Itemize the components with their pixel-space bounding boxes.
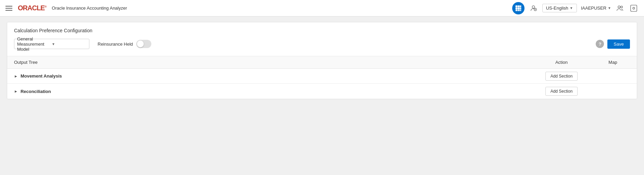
- user-dropdown[interactable]: IAAEPUSER ▼: [581, 5, 611, 11]
- add-section-button-movement[interactable]: Add Section: [545, 72, 578, 81]
- col-map: Map: [596, 60, 630, 65]
- language-label: US-English: [546, 5, 568, 11]
- table-header: Output Tree Action Map: [7, 56, 637, 69]
- svg-rect-13: [631, 5, 637, 11]
- settings-icon[interactable]: [629, 3, 639, 13]
- row-reconciliation-action: Add Section: [527, 87, 596, 96]
- svg-rect-7: [518, 10, 520, 11]
- svg-rect-2: [520, 5, 521, 7]
- user-label: IAAEPUSER: [581, 5, 606, 11]
- expand-icon-movement[interactable]: ►: [14, 74, 18, 78]
- col-output-tree: Output Tree: [14, 60, 527, 65]
- model-dropdown[interactable]: General Measurement Model ▼: [14, 39, 89, 49]
- main-content: Calculation Preference Configuration Gen…: [0, 16, 644, 105]
- expand-icon-reconciliation[interactable]: ►: [14, 89, 18, 93]
- header-right: US-English ▼ IAAEPUSER ▼: [512, 2, 639, 14]
- col-action: Action: [527, 60, 596, 65]
- oracle-logo: ORACLE®: [18, 4, 46, 12]
- hamburger-menu[interactable]: [5, 6, 12, 11]
- card-wrapper: Calculation Preference Configuration Gen…: [7, 22, 637, 99]
- user-admin-icon[interactable]: [529, 3, 538, 13]
- user-dropdown-arrow: ▼: [608, 6, 611, 10]
- config-section: Calculation Preference Configuration Gen…: [7, 22, 637, 56]
- svg-point-12: [621, 6, 623, 8]
- svg-point-9: [532, 5, 534, 8]
- header-left: ORACLE® Oracle Insurance Accounting Anal…: [5, 4, 508, 12]
- reinsurance-label: Reinsurance Held: [98, 42, 133, 47]
- apps-icon-button[interactable]: [512, 2, 525, 14]
- svg-rect-8: [520, 10, 521, 11]
- row-reconciliation-label: ► Reconciliation: [14, 89, 527, 94]
- row-movement-analysis-label: ► Movement Analysis: [14, 73, 527, 79]
- add-section-button-reconciliation[interactable]: Add Section: [545, 87, 578, 96]
- config-controls: General Measurement Model ▼ Reinsurance …: [14, 39, 589, 49]
- language-dropdown[interactable]: US-English ▼: [542, 4, 577, 12]
- model-dropdown-arrow: ▼: [52, 42, 86, 46]
- config-title: Calculation Preference Configuration: [14, 28, 630, 33]
- main-card: Calculation Preference Configuration Gen…: [7, 22, 637, 99]
- svg-rect-0: [515, 5, 517, 7]
- row-movement-analysis-action: Add Section: [527, 72, 596, 81]
- svg-point-14: [633, 7, 635, 9]
- table-section: Output Tree Action Map ► Movement Analys…: [7, 56, 637, 99]
- row-reconciliation-name: Reconciliation: [21, 89, 51, 94]
- people-icon[interactable]: [615, 3, 625, 13]
- help-icon[interactable]: ?: [596, 40, 604, 48]
- svg-rect-6: [515, 10, 517, 11]
- language-dropdown-arrow: ▼: [570, 6, 573, 10]
- svg-point-11: [618, 6, 620, 8]
- svg-rect-5: [520, 8, 521, 10]
- svg-rect-1: [518, 5, 520, 7]
- save-button[interactable]: Save: [607, 39, 630, 49]
- reinsurance-toggle-wrapper: Reinsurance Held: [98, 40, 151, 48]
- svg-rect-4: [518, 8, 520, 10]
- table-row: ► Reconciliation Add Section: [7, 84, 637, 99]
- reinsurance-toggle[interactable]: [136, 40, 151, 48]
- app-title: Oracle Insurance Accounting Analyzer: [52, 5, 127, 11]
- svg-rect-3: [515, 8, 517, 10]
- app-header: ORACLE® Oracle Insurance Accounting Anal…: [0, 0, 644, 16]
- model-dropdown-value: General Measurement Model: [17, 36, 52, 52]
- table-row: ► Movement Analysis Add Section: [7, 69, 637, 84]
- config-row: General Measurement Model ▼ Reinsurance …: [14, 39, 630, 49]
- row-movement-analysis-name: Movement Analysis: [21, 73, 62, 79]
- grid-icon: [515, 5, 522, 12]
